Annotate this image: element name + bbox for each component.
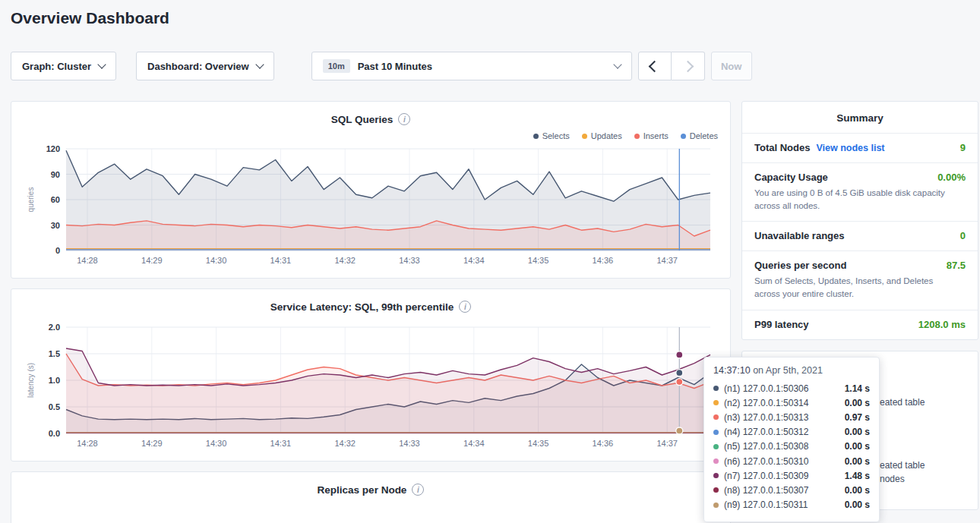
tooltip-row: (n7) 127.0.0.1:503091.48 s (713, 468, 870, 483)
tooltip-date: on Apr 5th, 2021 (753, 365, 823, 376)
svg-text:14:37: 14:37 (656, 256, 678, 265)
node-color-dot (713, 503, 719, 508)
tooltip-row: (n9) 127.0.0.1:503110.00 s (713, 498, 870, 512)
svg-text:0: 0 (55, 246, 60, 255)
tooltip-row: (n1) 127.0.0.1:503061.14 s (713, 381, 870, 395)
series-dot (634, 134, 640, 139)
event-item[interactable]: nodes (880, 474, 905, 484)
summary-value: 1208.0 ms (918, 319, 966, 330)
svg-text:120: 120 (46, 144, 60, 153)
chart-hover-tooltip: 14:37:10 on Apr 5th, 2021 (n1) 127.0.0.1… (703, 357, 880, 522)
graph-dropdown-label: Graph: Cluster (22, 61, 91, 72)
svg-text:1.0: 1.0 (49, 376, 60, 385)
svg-text:queries: queries (27, 187, 35, 213)
svg-text:14:30: 14:30 (206, 439, 227, 448)
sql-queries-chart-panel: SQL Queries Selects Updates Inserts Dele… (11, 101, 731, 279)
dashboard-dropdown-label: Dashboard: Overview (147, 61, 249, 72)
svg-text:14:29: 14:29 (141, 256, 163, 265)
summary-label: P99 latency (754, 319, 809, 330)
tooltip-row: (n2) 127.0.0.1:503140.00 s (713, 395, 870, 410)
now-button[interactable]: Now (711, 52, 752, 80)
sql-queries-chart[interactable]: 14:2814:2914:3014:3114:3214:3314:3414:35… (24, 143, 719, 269)
svg-text:14:36: 14:36 (593, 439, 614, 448)
legend-label: Selects (542, 131, 570, 140)
graph-dropdown[interactable]: Graph: Cluster (11, 52, 116, 80)
legend-item-selects[interactable]: Selects (533, 131, 570, 140)
overview-dashboard-page: Overview Dashboard Graph: Cluster Dashbo… (0, 0, 980, 523)
legend-item-deletes[interactable]: Deletes (681, 131, 718, 140)
summary-row-p99: P99 latency 1208.0 ms (742, 310, 978, 339)
event-item[interactable]: eated table (880, 460, 925, 471)
node-color-dot (713, 444, 719, 449)
svg-text:30: 30 (51, 221, 60, 230)
node-color-dot (713, 386, 719, 391)
chart-header: Replicas per Node (24, 481, 718, 498)
summary-title: Summary (742, 102, 978, 133)
svg-text:14:28: 14:28 (77, 439, 98, 448)
node-value: 0.00 s (845, 441, 870, 452)
legend-item-updates[interactable]: Updates (582, 131, 622, 140)
event-item[interactable]: eated table (880, 397, 925, 408)
svg-text:14:31: 14:31 (270, 439, 292, 448)
series-dot (582, 134, 587, 139)
svg-text:60: 60 (51, 195, 60, 204)
page-title: Overview Dashboard (11, 9, 169, 27)
info-icon[interactable] (398, 113, 410, 125)
info-icon[interactable] (459, 301, 471, 313)
dashboard-dropdown[interactable]: Dashboard: Overview (136, 52, 274, 80)
svg-text:14:34: 14:34 (463, 256, 485, 265)
info-icon[interactable] (412, 484, 424, 496)
sql-latency-chart[interactable]: 14:2814:2914:3014:3114:3214:3314:3414:35… (24, 321, 719, 452)
node-value: 0.00 s (845, 456, 870, 467)
chart-title: Service Latency: SQL, 99th percentile (270, 301, 454, 313)
node-label: (n1) 127.0.0.1:50306 (724, 383, 839, 394)
legend-label: Updates (591, 131, 622, 140)
time-prev-button[interactable] (638, 52, 672, 80)
svg-text:14:36: 14:36 (593, 256, 614, 265)
node-value: 0.97 s (845, 412, 870, 423)
arrow-left-icon (649, 60, 661, 72)
node-color-dot (713, 400, 719, 405)
svg-text:0.0: 0.0 (49, 429, 60, 438)
tooltip-timestamp: 14:37:10 on Apr 5th, 2021 (713, 365, 870, 376)
series-dot (681, 134, 686, 139)
node-value: 1.14 s (845, 383, 870, 394)
node-value: 0.00 s (845, 398, 870, 408)
summary-description: Sum of Selects, Updates, Inserts, and De… (754, 275, 959, 300)
summary-label: Unavailable ranges (754, 230, 845, 241)
legend-item-inserts[interactable]: Inserts (634, 131, 669, 140)
svg-text:14:37: 14:37 (656, 439, 678, 448)
chart-legend: Selects Updates Inserts Deletes (24, 129, 718, 143)
chart-title: SQL Queries (331, 114, 394, 125)
svg-text:2.0: 2.0 (49, 323, 60, 332)
node-value: 0.00 s (845, 427, 870, 437)
summary-value: 87.5 (947, 260, 966, 271)
legend-label: Deletes (690, 131, 718, 140)
node-label: (n8) 127.0.0.1:50307 (724, 485, 839, 496)
summary-row-capacity: Capacity Usage 0.00% You are using 0 B o… (742, 162, 978, 221)
svg-text:14:29: 14:29 (141, 439, 163, 448)
time-range-label: Past 10 Minutes (358, 61, 432, 72)
time-range-dropdown[interactable]: 10m Past 10 Minutes (311, 52, 632, 80)
svg-text:14:28: 14:28 (77, 256, 98, 265)
view-nodes-list-link[interactable]: View nodes list (816, 143, 884, 153)
node-label: (n7) 127.0.0.1:50309 (724, 471, 839, 481)
node-label: (n6) 127.0.0.1:50310 (724, 456, 839, 467)
tooltip-time: 14:37:10 (713, 365, 751, 376)
chart-header: Service Latency: SQL, 99th percentile (24, 298, 718, 315)
svg-text:14:35: 14:35 (528, 256, 549, 265)
svg-text:0.5: 0.5 (49, 402, 60, 411)
node-value: 0.00 s (845, 499, 870, 510)
time-next-button[interactable] (672, 52, 705, 80)
node-color-dot (713, 473, 719, 478)
summary-row-qps: Queries per second 87.5 Sum of Selects, … (742, 250, 978, 309)
svg-text:latency (s): latency (s) (27, 363, 35, 398)
time-range-badge: 10m (323, 59, 350, 73)
node-label: (n2) 127.0.0.1:50314 (724, 398, 839, 408)
node-label: (n9) 127.0.0.1:50311 (724, 499, 839, 510)
charts-column: SQL Queries Selects Updates Inserts Dele… (11, 101, 731, 523)
node-color-dot (713, 487, 719, 493)
node-color-dot (713, 430, 719, 435)
node-color-dot (713, 458, 719, 464)
summary-description: You are using 0 B of 4.5 GiB usable disk… (754, 187, 959, 212)
